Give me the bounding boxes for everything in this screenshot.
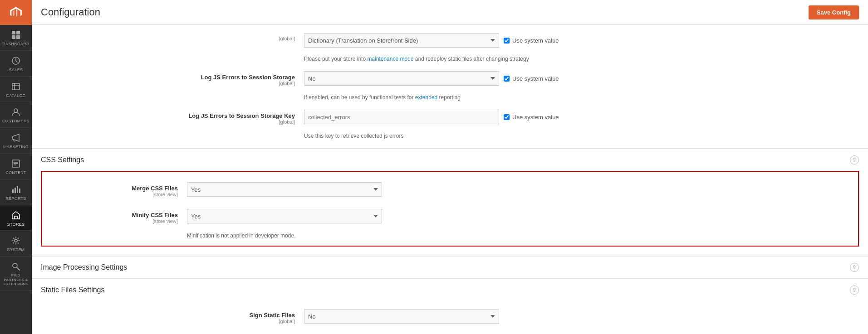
svg-rect-0: [12, 31, 15, 34]
css-settings-section: CSS Settings ⇧ Merge CSS Files [store vi…: [32, 149, 868, 256]
sidebar-item-marketing[interactable]: MARKETING: [0, 128, 32, 154]
svg-rect-13: [12, 189, 14, 193]
css-settings-toggle[interactable]: ⇧: [850, 155, 859, 165]
dictionary-label-col: [global]: [41, 33, 304, 41]
sidebar-item-stores[interactable]: STORES: [0, 205, 32, 231]
minify-css-select[interactable]: Yes: [187, 209, 382, 223]
dictionary-row: [global] Dictionary (Translation on Stor…: [41, 29, 859, 51]
log-js-system-value[interactable]: Use system value: [504, 75, 559, 82]
svg-rect-3: [16, 35, 20, 39]
merge-css-control-col: Yes: [187, 182, 849, 197]
static-files-header[interactable]: Static Files Settings ⇧: [32, 279, 868, 301]
merge-css-row: Merge CSS Files [store view] Yes: [51, 179, 849, 201]
catalog-icon: [10, 81, 21, 92]
log-js-key-control-col: Use system value: [304, 110, 859, 124]
sidebar-item-reports[interactable]: REPORTS: [0, 179, 32, 205]
dictionary-system-value[interactable]: Use system value: [504, 37, 559, 44]
customers-icon: [10, 106, 21, 117]
svg-rect-17: [15, 216, 17, 219]
sidebar-item-content[interactable]: CONTENT: [0, 154, 32, 179]
static-files-body: Sign Static Files [global] No: [32, 301, 868, 334]
sidebar-item-catalog[interactable]: CATALOG: [0, 77, 32, 102]
merge-css-scope: [store view]: [51, 192, 178, 197]
svg-point-8: [14, 109, 18, 112]
maintenance-mode-link[interactable]: maintenance mode: [367, 56, 413, 62]
dashboard-icon: [10, 29, 21, 40]
marketing-label: MARKETING: [3, 145, 29, 150]
sidebar-item-find-partners[interactable]: FIND PARTNERS & EXTENSIONS: [0, 257, 32, 290]
system-label: SYSTEM: [7, 247, 25, 252]
log-js-hint: If enabled, can be used by functional te…: [41, 94, 859, 101]
image-processing-toggle[interactable]: ⇧: [850, 263, 859, 272]
minify-css-label: Minify CSS Files: [132, 212, 178, 218]
log-js-key-label-col: Log JS Errors to Session Storage Key [gl…: [41, 110, 304, 125]
sidebar-logo: [0, 0, 32, 25]
static-files-section: Static Files Settings ⇧ Sign Static File…: [32, 279, 868, 334]
log-js-scope: [global]: [41, 81, 295, 86]
page-header: Configuration Save Config: [32, 0, 868, 25]
sidebar-item-system[interactable]: SYSTEM: [0, 231, 32, 257]
image-processing-section: Image Processing Settings ⇧: [32, 256, 868, 278]
svg-rect-15: [17, 186, 18, 193]
log-js-key-scope: [global]: [41, 119, 295, 125]
main-content: Configuration Save Config [global] Dicti…: [32, 0, 868, 334]
dictionary-select[interactable]: Dictionary (Translation on Storefront Si…: [304, 33, 499, 48]
dashboard-label: DASHBOARD: [2, 42, 29, 47]
sidebar-item-dashboard[interactable]: DASHBOARD: [0, 25, 32, 51]
minify-css-row: Minify CSS Files [store view] Yes: [51, 205, 849, 228]
find-partners-label: FIND PARTNERS & EXTENSIONS: [2, 273, 30, 286]
svg-rect-16: [19, 189, 20, 193]
image-processing-header[interactable]: Image Processing Settings ⇧: [32, 257, 868, 278]
sign-static-row: Sign Static Files [global] No: [41, 305, 859, 328]
sidebar: DASHBOARD SALES CATALOG CUSTOMERS MARKET…: [0, 0, 32, 334]
minify-css-hint: Minification is not applied in developer…: [51, 232, 849, 239]
log-js-row: Log JS Errors to Session Storage [global…: [41, 68, 859, 90]
log-js-control-col: No Use system value: [304, 71, 859, 86]
css-highlighted-box: Merge CSS Files [store view] Yes Minify: [41, 171, 859, 247]
log-js-key-checkbox[interactable]: [504, 114, 510, 120]
log-js-label: Log JS Errors to Session Storage: [201, 74, 295, 81]
content-area: [global] Dictionary (Translation on Stor…: [32, 25, 868, 334]
log-js-key-input[interactable]: [304, 110, 499, 124]
log-js-key-row: Log JS Errors to Session Storage Key [gl…: [41, 106, 859, 128]
sales-icon: [10, 55, 21, 66]
content-icon: [10, 158, 21, 169]
customers-label: CUSTOMERS: [2, 119, 29, 124]
page-title: Configuration: [41, 6, 100, 18]
svg-line-20: [17, 267, 20, 270]
merge-css-label-col: Merge CSS Files [store view]: [51, 182, 187, 197]
static-files-title: Static Files Settings: [41, 286, 105, 294]
find-partners-icon: [10, 261, 21, 272]
log-js-select[interactable]: No: [304, 71, 499, 86]
log-js-label-col: Log JS Errors to Session Storage [global…: [41, 71, 304, 86]
magento-icon: [9, 5, 23, 20]
svg-rect-1: [16, 31, 20, 34]
log-js-key-system-value[interactable]: Use system value: [504, 114, 559, 121]
dictionary-checkbox[interactable]: [504, 38, 510, 44]
css-settings-header[interactable]: CSS Settings ⇧: [32, 149, 868, 171]
sign-static-scope: [global]: [41, 319, 295, 324]
sidebar-item-sales[interactable]: SALES: [0, 51, 32, 77]
content-label: CONTENT: [5, 170, 26, 175]
sign-static-select[interactable]: No: [304, 309, 499, 324]
reports-label: REPORTS: [5, 196, 26, 201]
svg-rect-2: [12, 35, 15, 39]
log-js-key-label: Log JS Errors to Session Storage Key: [188, 112, 295, 119]
sales-label: SALES: [9, 68, 23, 73]
extended-link[interactable]: extended: [415, 94, 437, 101]
dictionary-control-col: Dictionary (Translation on Storefront Si…: [304, 33, 859, 48]
dictionary-hint: Please put your store into maintenance m…: [41, 56, 859, 62]
log-js-checkbox[interactable]: [504, 76, 510, 82]
sidebar-item-customers[interactable]: CUSTOMERS: [0, 102, 32, 128]
merge-css-select[interactable]: Yes: [187, 182, 382, 197]
svg-rect-14: [15, 188, 16, 193]
static-files-toggle[interactable]: ⇧: [850, 286, 859, 295]
stores-label: STORES: [7, 222, 25, 227]
svg-rect-5: [12, 83, 20, 90]
save-config-button[interactable]: Save Config: [809, 5, 859, 19]
sign-static-label-col: Sign Static Files [global]: [41, 309, 304, 324]
css-settings-title: CSS Settings: [41, 156, 84, 164]
pre-css-section: [global] Dictionary (Translation on Stor…: [32, 25, 868, 148]
reports-icon: [10, 184, 21, 195]
stores-icon: [10, 210, 21, 221]
